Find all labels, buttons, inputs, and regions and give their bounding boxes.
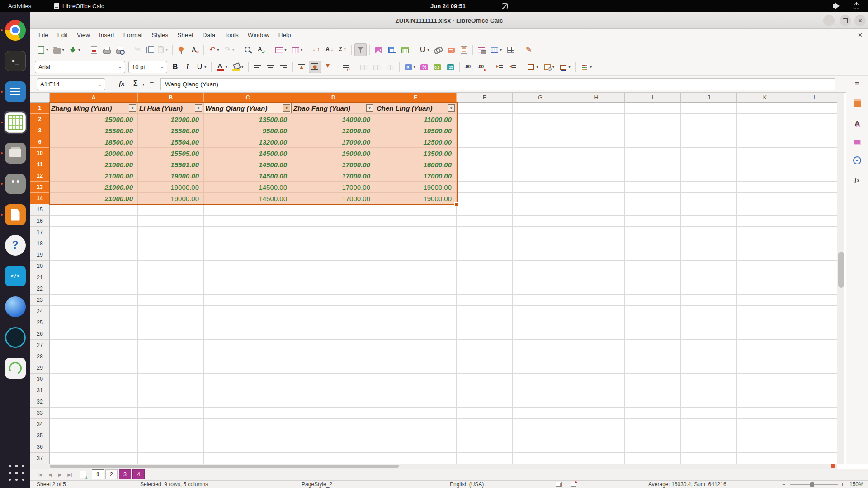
cell-I13[interactable] <box>625 182 681 193</box>
borders-dropdown[interactable]: ▾ <box>536 65 538 69</box>
row-header-25[interactable]: 25 <box>30 317 50 328</box>
cell-B34[interactable] <box>138 419 204 430</box>
cell-J2[interactable] <box>681 114 737 125</box>
cell-I24[interactable] <box>625 306 681 317</box>
cell-D28[interactable] <box>292 351 375 362</box>
cell-C16[interactable] <box>204 216 292 227</box>
properties-icon[interactable] <box>851 97 863 109</box>
cell-C30[interactable] <box>204 374 292 385</box>
format-percent-button[interactable] <box>418 61 430 73</box>
input-line[interactable]: Wang Qiang (Yuan) <box>160 78 835 90</box>
zoom-slider-thumb[interactable] <box>810 482 814 487</box>
format-date-button[interactable] <box>444 61 457 73</box>
row-header-27[interactable]: 27 <box>30 340 50 351</box>
cell-A10[interactable]: 20000.00 <box>50 148 138 159</box>
cell-L23[interactable] <box>793 295 837 306</box>
align-center-button[interactable] <box>264 61 277 73</box>
italic-button[interactable]: I <box>182 61 193 73</box>
vscode-launcher[interactable]: </> <box>4 264 27 287</box>
cell-C15[interactable] <box>204 204 292 216</box>
new-dropdown[interactable]: ▾ <box>46 47 48 52</box>
spreadsheet-grid[interactable]: ABCDEFGHIJKL1Zhang Ming (Yuan)▼Li Hua (Y… <box>30 93 837 464</box>
cell-G19[interactable] <box>513 249 568 261</box>
cell-H30[interactable] <box>568 374 625 385</box>
cell-C2[interactable]: 13500.00 <box>204 114 292 125</box>
row-header-28[interactable]: 28 <box>30 351 50 362</box>
cell-F11[interactable] <box>457 159 513 170</box>
column-header-A[interactable]: A <box>50 93 138 103</box>
cell-E34[interactable] <box>375 419 457 430</box>
cell-I6[interactable] <box>625 136 681 148</box>
cell-D26[interactable] <box>292 328 375 340</box>
cell-J15[interactable] <box>681 204 737 216</box>
cell-J36[interactable] <box>681 441 737 453</box>
cell-K25[interactable] <box>737 317 793 328</box>
cell-E37[interactable] <box>375 453 457 464</box>
cell-J30[interactable] <box>681 374 737 385</box>
cell-K15[interactable] <box>737 204 793 216</box>
cell-I11[interactable] <box>625 159 681 170</box>
cell-D33[interactable] <box>292 408 375 419</box>
row-header-13[interactable]: 13 <box>30 182 50 193</box>
cell-B29[interactable] <box>138 362 204 374</box>
cell-I35[interactable] <box>625 430 681 441</box>
row-header-36[interactable]: 36 <box>30 441 50 453</box>
cell-I12[interactable] <box>625 170 681 182</box>
cell-D27[interactable] <box>292 340 375 351</box>
sheet-tab-1[interactable]: 1 <box>92 469 104 479</box>
cell-G20[interactable] <box>513 261 568 272</box>
cell-F12[interactable] <box>457 170 513 182</box>
menu-window[interactable]: Window <box>243 29 274 42</box>
cell-G11[interactable] <box>513 159 568 170</box>
cell-F2[interactable] <box>457 114 513 125</box>
border-color-button[interactable]: ▾ <box>557 61 572 73</box>
cell-A23[interactable] <box>50 295 138 306</box>
cell-J3[interactable] <box>681 125 737 136</box>
row-header-26[interactable]: 26 <box>30 328 50 340</box>
row-header-24[interactable]: 24 <box>30 306 50 317</box>
cell-D17[interactable] <box>292 227 375 238</box>
cell-C10[interactable]: 14500.00 <box>204 148 292 159</box>
cell-C24[interactable] <box>204 306 292 317</box>
cell-B15[interactable] <box>138 204 204 216</box>
row-header-16[interactable]: 16 <box>30 216 50 227</box>
row-header-20[interactable]: 20 <box>30 261 50 272</box>
row-header-17[interactable]: 17 <box>30 227 50 238</box>
cell-E2[interactable]: 11000.00 <box>375 114 457 125</box>
cell-B20[interactable] <box>138 261 204 272</box>
cell-J16[interactable] <box>681 216 737 227</box>
cell-L13[interactable] <box>793 182 837 193</box>
cell-H17[interactable] <box>568 227 625 238</box>
cell-L10[interactable] <box>793 148 837 159</box>
menu-help[interactable]: Help <box>274 29 296 42</box>
cell-E12[interactable]: 17000.00 <box>375 170 457 182</box>
sort-descending-button[interactable] <box>336 43 349 56</box>
cell-B30[interactable] <box>138 374 204 385</box>
cell-A27[interactable] <box>50 340 138 351</box>
styles-icon[interactable] <box>851 117 863 129</box>
row-header-31[interactable]: 31 <box>30 385 50 396</box>
cell-J17[interactable] <box>681 227 737 238</box>
cell-K26[interactable] <box>737 328 793 340</box>
cell-E29[interactable] <box>375 362 457 374</box>
cell-H32[interactable] <box>568 396 625 408</box>
selection-status[interactable]: Selected: 9 rows, 5 columns <box>140 481 208 488</box>
language-status[interactable]: English (USA) <box>450 481 484 488</box>
print-area-button[interactable] <box>476 43 487 56</box>
cell-I1[interactable] <box>625 103 681 114</box>
cell-K18[interactable] <box>737 238 793 249</box>
row-header-22[interactable]: 22 <box>30 283 50 295</box>
cell-C26[interactable] <box>204 328 292 340</box>
underline-dropdown[interactable]: ▾ <box>204 65 207 69</box>
menu-view[interactable]: View <box>72 29 94 42</box>
sheet-split-handle[interactable] <box>831 464 835 468</box>
cell-G36[interactable] <box>513 441 568 453</box>
cell-G24[interactable] <box>513 306 568 317</box>
cell-J14[interactable] <box>681 193 737 204</box>
chrome-launcher[interactable] <box>4 19 27 42</box>
cell-A2[interactable]: 15000.00 <box>50 114 138 125</box>
cell-A3[interactable]: 15500.00 <box>50 125 138 136</box>
cell-D31[interactable] <box>292 385 375 396</box>
cell-I27[interactable] <box>625 340 681 351</box>
first-sheet-button[interactable]: |◀ <box>36 472 44 477</box>
